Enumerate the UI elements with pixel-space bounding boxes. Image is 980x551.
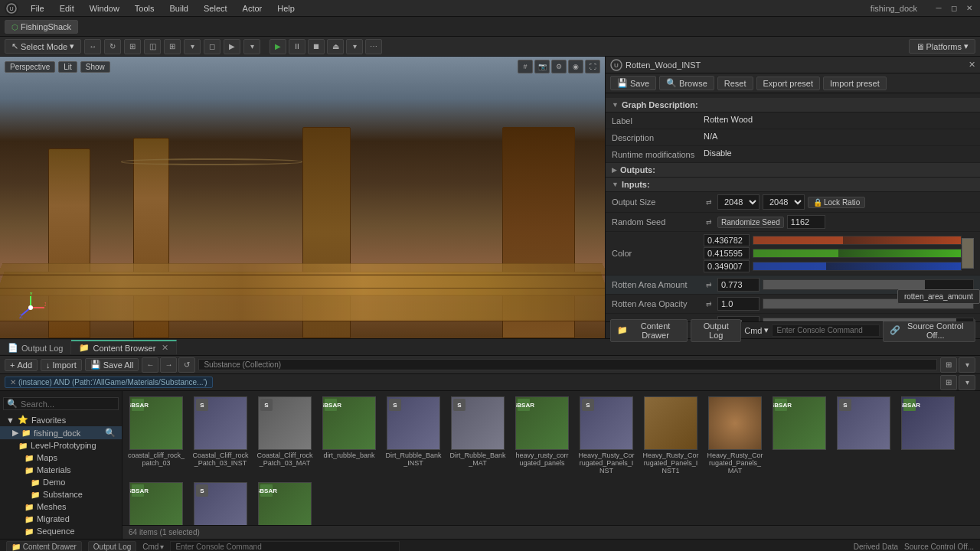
vp-cam-icon[interactable]: 📷 <box>534 60 550 73</box>
maps-item[interactable]: 📁 Maps <box>0 452 122 464</box>
random-seed-reset[interactable]: ⇄ <box>704 217 714 227</box>
materials-item[interactable]: 📁 Materials <box>0 464 122 476</box>
extra-options-button[interactable]: ⋯ <box>365 39 382 54</box>
migrated-item[interactable]: 📁 Migrated <box>0 513 122 525</box>
output-log-button2[interactable]: Output Log <box>691 319 741 342</box>
graph-desc-section[interactable]: ▼ Graph Description: <box>606 98 980 112</box>
output-log-status-button[interactable]: Output Log <box>88 541 136 551</box>
menu-edit[interactable]: Edit <box>57 2 77 15</box>
view-options-button[interactable]: ⊞ <box>940 357 957 373</box>
menu-tools[interactable]: Tools <box>132 2 158 15</box>
console-input[interactable] <box>772 324 880 337</box>
asset-row2-2[interactable]: S <box>833 394 894 477</box>
filter-instance-tag[interactable]: ✕ (instance) AND (Path:'/AllGame/Materia… <box>5 377 213 388</box>
asset-dirt-rubble-sbsar[interactable]: SBSAR dirt_rubble_bank <box>318 394 380 477</box>
import-button[interactable]: ↓ Import <box>41 359 82 371</box>
favorites-item[interactable]: ▼ ⭐ Favorites <box>0 413 122 426</box>
content-browser-tab[interactable]: 📁 Content Browser ✕ <box>71 340 177 354</box>
surface-snap-button[interactable]: ◻ <box>204 39 220 54</box>
export-preset-button[interactable]: Export preset <box>756 77 820 90</box>
asset-row2-6[interactable]: SBSAR <box>254 480 315 525</box>
vp-vr-icon[interactable]: ◉ <box>568 60 583 73</box>
import-preset-button[interactable]: Import preset <box>823 77 887 90</box>
rotten-area-opacity-reset[interactable]: ⇄ <box>704 298 714 309</box>
play-button[interactable]: ▶ <box>270 39 286 54</box>
asset-wood-2[interactable]: Heavy_Rusty_Corrugated_Panels_MAT <box>704 394 766 477</box>
output-width-select[interactable]: 20481024512 <box>717 194 760 210</box>
grid-snap-button[interactable]: ⊞ <box>164 39 181 54</box>
asset-coastal-cliff-inst[interactable]: S Coastal_Cliff_rock_Patch_03_INST <box>190 394 251 477</box>
random-seed-input[interactable] <box>787 215 825 229</box>
scale-tool-button[interactable]: ⊞ <box>124 39 141 54</box>
collections-header[interactable]: ▼ ⭐ Collections + 🔍 <box>0 537 122 539</box>
select-mode-button[interactable]: ↖ Select Mode ▾ <box>5 39 81 54</box>
viewport[interactable]: Perspective Lit Show # 📷 ⚙ ◉ ⛶ X Y Z <box>0 57 605 338</box>
console-status-input[interactable] <box>170 541 400 552</box>
sequence-item[interactable]: 📁 Sequence <box>0 525 122 537</box>
pause-button[interactable]: ⏸ <box>289 39 305 54</box>
asset-coastal-cliff-mat[interactable]: S Coastal_Cliff_rock_Patch_03_MAT <box>254 394 315 477</box>
level-prototyping-item[interactable]: 📁 Level-Prototyping <box>0 439 122 452</box>
outputs-section[interactable]: ▶ Outputs: <box>606 163 980 178</box>
demo-item[interactable]: 📁 Demo <box>0 476 122 488</box>
filter-button[interactable]: ▾ <box>959 357 975 373</box>
fishing-dock-item[interactable]: ▶ 📁 fishing_dock 🔍 <box>0 426 122 439</box>
cam-speed-button[interactable]: ▶ <box>224 39 240 54</box>
vp-settings-icon[interactable]: ⚙ <box>551 60 567 73</box>
lit-button[interactable]: Lit <box>58 61 77 73</box>
content-drawer-button[interactable]: 📁 Content Drawer <box>610 319 688 342</box>
asset-row2-1[interactable]: SBSAR <box>769 394 830 477</box>
menu-actor[interactable]: Actor <box>240 2 266 15</box>
panel-close-button[interactable]: ✕ <box>969 60 975 70</box>
menu-file[interactable]: File <box>28 2 47 15</box>
minimize-button[interactable]: ─ <box>933 2 945 15</box>
color-g-bar[interactable] <box>753 249 962 258</box>
asset-heavy-rusty-sbsar[interactable]: SBSAR heavy_rusty_corrugated_panels <box>511 394 573 477</box>
menu-window[interactable]: Window <box>87 2 122 15</box>
asset-dirt-rubble-mat[interactable]: S Dirt_Rubble_Bank_MAT <box>447 394 508 477</box>
asset-row2-5[interactable]: S <box>190 480 251 525</box>
meshes-item[interactable]: 📁 Meshes <box>0 500 122 513</box>
platforms-button[interactable]: 🖥 Platforms ▾ <box>909 39 975 54</box>
asset-dirt-rubble-inst[interactable]: S Dirt_Rubble_Bank_INST <box>383 394 444 477</box>
substance-item[interactable]: 📁 Substance <box>0 488 122 500</box>
save-button[interactable]: 💾 Save <box>610 76 656 90</box>
play-options-button[interactable]: ▾ <box>346 39 363 54</box>
perspective-button[interactable]: Perspective <box>5 61 55 73</box>
restore-button[interactable]: ◻ <box>948 2 960 15</box>
search-input[interactable] <box>21 399 115 409</box>
asset-row2-3[interactable]: SBSAR <box>897 394 959 477</box>
rotten-area-amount-input[interactable] <box>717 278 760 292</box>
filter-options-button[interactable]: ▾ <box>959 375 975 390</box>
output-size-reset[interactable]: ⇄ <box>704 197 714 207</box>
output-log-tab[interactable]: 📄 Output Log <box>0 340 71 354</box>
asset-heavy-rusty-inst[interactable]: S Heavy_Rusty_Corrugated_Panels_INST <box>576 394 637 477</box>
grid-size-button[interactable]: ▾ <box>184 39 201 54</box>
content-browser-close[interactable]: ✕ <box>162 343 168 353</box>
source-control-button[interactable]: 🔗 Source Control Off... <box>883 319 976 342</box>
fishing-dock-search[interactable]: 🔍 <box>105 428 116 438</box>
refresh-button[interactable]: ↺ <box>178 357 195 373</box>
asset-wood-1[interactable]: Heavy_Rusty_Corrugated_Panels_INST1 <box>640 394 701 477</box>
roughness-bar[interactable] <box>763 318 974 321</box>
stop-button[interactable]: ⏹ <box>308 39 325 54</box>
add-button[interactable]: + Add <box>5 359 38 371</box>
rotten-area-opacity-input[interactable] <box>717 297 760 311</box>
randomize-seed-button[interactable]: Randomize Seed <box>717 217 784 228</box>
lock-ratio-button[interactable]: 🔒 Lock Ratio <box>808 197 865 208</box>
output-height-select[interactable]: 20481024512 <box>763 194 805 210</box>
color-b-bar[interactable] <box>753 262 962 271</box>
color-r-bar[interactable] <box>753 236 962 245</box>
menu-select[interactable]: Select <box>201 2 230 15</box>
history-forward-button[interactable]: → <box>160 357 177 373</box>
world-space-button[interactable]: ◫ <box>144 39 161 54</box>
move-tool-button[interactable]: ↔ <box>84 39 101 54</box>
reset-button[interactable]: Reset <box>717 77 753 90</box>
cam-settings-button[interactable]: ▾ <box>243 39 260 54</box>
browse-button[interactable]: 🔍 Browse <box>659 76 714 90</box>
show-button[interactable]: Show <box>80 61 110 73</box>
content-drawer-status-button[interactable]: 📁 Content Drawer <box>6 541 82 551</box>
vp-expand-icon[interactable]: ⛶ <box>585 60 600 73</box>
asset-row2-4[interactable]: SBSAR <box>126 480 187 525</box>
history-back-button[interactable]: ← <box>142 357 158 373</box>
